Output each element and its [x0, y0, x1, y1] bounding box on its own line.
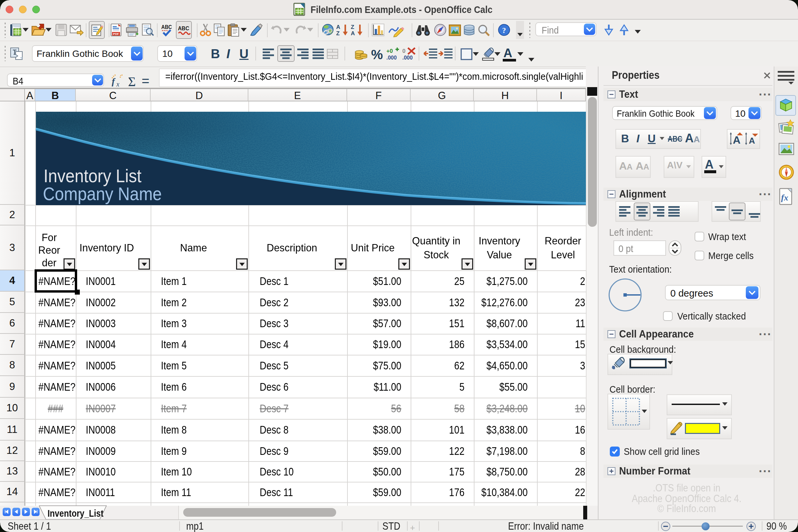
svg-text:?: ? [502, 26, 506, 35]
svg-text:A: A [749, 136, 755, 146]
svg-text:.000: .000 [402, 55, 413, 60]
svg-text:+0: +0 [386, 48, 393, 54]
svg-text:0: 0 [402, 48, 405, 54]
svg-text:ABC: ABC [161, 24, 172, 30]
svg-text:A: A [336, 24, 340, 30]
svg-text:PDF: PDF [113, 32, 119, 36]
svg-text:ABC: ABC [178, 25, 189, 31]
svg-text:x: x [116, 80, 119, 88]
svg-text:A: A [351, 30, 355, 37]
svg-text:Z: Z [336, 30, 340, 37]
svg-text:Z: Z [351, 24, 354, 30]
svg-text:A: A [733, 134, 740, 146]
svg-text:fx: fx [781, 193, 788, 203]
svg-text:.000: .000 [386, 55, 397, 60]
